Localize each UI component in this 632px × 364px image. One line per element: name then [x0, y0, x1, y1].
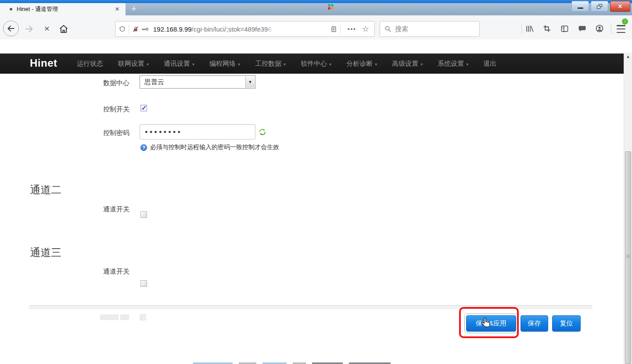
nav-item-run-status[interactable]: 运行状态 [69, 60, 111, 68]
scrollbar-thumb[interactable] [625, 151, 631, 364]
stop-button[interactable]: × [41, 22, 53, 35]
divider [340, 25, 341, 33]
chevron-down-icon: ▾ [420, 62, 423, 67]
faded-ghost-text [100, 314, 118, 320]
sidebar-icon [560, 25, 569, 33]
account-button[interactable] [594, 23, 605, 34]
control-password-label: 控制密码 [35, 129, 129, 137]
divider [30, 305, 592, 306]
library-icon [525, 25, 534, 33]
chevron-down-icon: ▾ [284, 62, 286, 67]
nav-item-diagnostics[interactable]: 分析诊断▾ [339, 60, 384, 68]
reset-button[interactable]: 复位 [552, 315, 581, 332]
bookmark-star-icon[interactable]: ☆ [362, 24, 369, 34]
nav-item-software-center[interactable]: 软件中心▾ [293, 60, 339, 68]
screenshot-button[interactable] [542, 23, 552, 34]
search-icon [384, 25, 391, 32]
chevron-down-icon: ▾ [192, 62, 194, 67]
chevron-down-icon: ▾ [466, 62, 468, 67]
sidebar-button[interactable] [559, 23, 570, 34]
scrollbar-grip [626, 255, 630, 259]
divider [129, 25, 129, 33]
section-title-channel-3: 通道三 [30, 246, 61, 260]
channel-2-switch-checkbox[interactable] [140, 211, 147, 218]
channel-3-switch-label: 通道开关 [35, 268, 129, 276]
chevron-down-icon: ▼ [248, 80, 252, 84]
page-content: Hinet 运行状态 联网设置▾ 通讯设置▾ 编程网络▾ 工控数据▾ 软件中心▾… [0, 53, 624, 364]
minimize-icon [578, 7, 583, 9]
forward-arrow-icon [24, 24, 34, 34]
page-actions-icon[interactable]: ••• [348, 26, 356, 32]
select-dropdown-button[interactable]: ▼ [245, 76, 255, 88]
divider [521, 24, 522, 34]
nav-item-industrial-data[interactable]: 工控数据▾ [248, 60, 293, 68]
url-host: 192.168.9.99 [153, 25, 192, 33]
url-path-fade: 6 [268, 25, 271, 33]
toggle-password-icon[interactable] [259, 128, 266, 136]
password-hint-text: 必须与控制时远程输入的密码一致控制才会生效 [150, 143, 279, 151]
chevron-down-icon: ▾ [238, 62, 240, 67]
data-center-value: 思普云 [144, 76, 164, 88]
minimize-button[interactable] [571, 1, 589, 12]
nav-item-network-settings[interactable]: 联网设置▾ [111, 60, 156, 68]
help-icon: ? [140, 144, 147, 151]
window-controls: × [571, 1, 630, 12]
vertical-scrollbar[interactable]: ▲ [624, 53, 632, 364]
scroll-up-icon[interactable]: ▲ [624, 54, 632, 59]
site-navbar: Hinet 运行状态 联网设置▾ 通讯设置▾ 编程网络▾ 工控数据▾ 软件中心▾… [0, 54, 624, 74]
favicon-dot-icon [10, 8, 12, 11]
nav-item-advanced-settings[interactable]: 高级设置▾ [384, 60, 430, 68]
account-icon [595, 24, 604, 33]
address-bar[interactable]: 192.168.9.99 /cgi-bin/luci/;stok=489fe39… [115, 21, 375, 37]
insecure-lock-icon [132, 25, 139, 33]
divider [611, 24, 611, 34]
speech-bubble-icon [578, 25, 586, 33]
home-icon [58, 24, 69, 34]
forward-button[interactable] [23, 23, 35, 35]
restore-icon [597, 4, 602, 9]
crop-icon [543, 25, 551, 32]
data-center-label: 数据中心 [35, 79, 129, 87]
control-switch-label: 控制开关 [35, 105, 129, 114]
site-logo[interactable]: Hinet [30, 57, 57, 69]
new-tab-button[interactable]: + [126, 3, 141, 15]
back-arrow-icon [7, 24, 15, 33]
site-menu: 运行状态 联网设置▾ 通讯设置▾ 编程网络▾ 工控数据▾ 软件中心▾ 分析诊断▾… [69, 54, 504, 74]
home-button[interactable] [57, 23, 70, 35]
chevron-down-icon: ▾ [147, 62, 149, 67]
restore-button[interactable] [591, 1, 608, 12]
tab-title: Hinet - 通道管理 [17, 5, 109, 13]
control-switch-checkbox[interactable] [140, 105, 147, 111]
search-bar[interactable]: 搜索 [380, 21, 480, 37]
shield-icon [119, 25, 126, 33]
chevron-down-icon: ▾ [329, 62, 331, 67]
nav-item-programming-network[interactable]: 编程网络▾ [202, 60, 248, 68]
tab-close-icon[interactable]: × [109, 4, 126, 15]
nav-item-comm-settings[interactable]: 通讯设置▾ [156, 60, 202, 68]
reader-mode-icon[interactable] [330, 25, 337, 33]
nav-item-logout[interactable]: 退出 [476, 60, 504, 68]
search-placeholder: 搜索 [395, 25, 408, 33]
data-center-select[interactable]: 思普云 ▼ [140, 75, 255, 89]
menu-button[interactable] [615, 25, 627, 33]
control-password-input[interactable]: ●●●●●●●● [140, 124, 255, 139]
saved-login-key-icon [141, 25, 149, 33]
library-button[interactable] [524, 23, 535, 34]
faded-ghost-text [120, 314, 129, 320]
active-tab[interactable]: Hinet - 通道管理 × [0, 3, 126, 15]
messages-button[interactable] [577, 23, 587, 34]
browser-window: Hinet - 通道管理 × + × × 192.168.9.99 /cgi-b… [0, 0, 632, 364]
section-title-channel-2: 通道二 [30, 183, 61, 197]
window-top-border [0, 0, 632, 3]
save-button[interactable]: 保存 [521, 315, 548, 332]
close-button[interactable]: × [610, 1, 630, 12]
channel-2-switch-label: 通道开关 [35, 205, 129, 214]
back-button[interactable] [3, 21, 19, 36]
channel-3-switch-checkbox[interactable] [140, 280, 147, 287]
faded-ghost-checkbox [140, 314, 146, 321]
close-icon: × [618, 3, 622, 10]
nav-item-system-settings[interactable]: 系统设置▾ [430, 60, 476, 68]
chevron-down-icon: ▾ [375, 62, 377, 67]
password-hint-row: ? 必须与控制时远程输入的密码一致控制才会生效 [140, 143, 279, 151]
update-badge-icon: ↑ [622, 18, 628, 25]
